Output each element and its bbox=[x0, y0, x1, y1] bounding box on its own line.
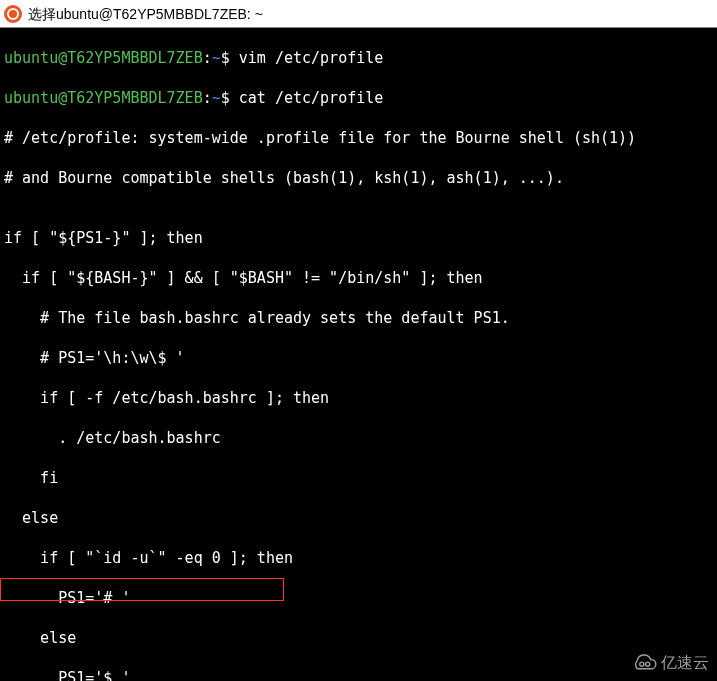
file-line: fi bbox=[4, 468, 713, 488]
terminal-viewport[interactable]: ubuntu@T62YP5MBBDL7ZEB:~$ vim /etc/profi… bbox=[0, 28, 717, 681]
file-line: PS1='# ' bbox=[4, 588, 713, 608]
ubuntu-icon bbox=[4, 5, 22, 23]
file-line: if [ "${BASH-}" ] && [ "$BASH" != "/bin/… bbox=[4, 268, 713, 288]
file-line: . /etc/bash.bashrc bbox=[4, 428, 713, 448]
prompt-sigil: $ bbox=[221, 49, 230, 67]
svg-point-0 bbox=[646, 662, 650, 666]
file-line: else bbox=[4, 508, 713, 528]
file-line: PS1='$ ' bbox=[4, 668, 713, 681]
file-line: else bbox=[4, 628, 713, 648]
file-line: # /etc/profile: system-wide .profile fil… bbox=[4, 128, 713, 148]
file-line: # The file bash.bashrc already sets the … bbox=[4, 308, 713, 328]
command-text: cat /etc/profile bbox=[239, 89, 384, 107]
prompt-line: ubuntu@T62YP5MBBDL7ZEB:~$ cat /etc/profi… bbox=[4, 88, 713, 108]
prompt-path: ~ bbox=[212, 49, 221, 67]
command-text: vim /etc/profile bbox=[239, 49, 384, 67]
cloud-icon bbox=[629, 653, 657, 673]
file-line: if [ -f /etc/bash.bashrc ]; then bbox=[4, 388, 713, 408]
watermark: 亿速云 bbox=[629, 653, 709, 673]
watermark-text: 亿速云 bbox=[661, 653, 709, 673]
prompt-colon: : bbox=[203, 89, 212, 107]
file-line: # and Bourne compatible shells (bash(1),… bbox=[4, 168, 713, 188]
prompt-user-host: ubuntu@T62YP5MBBDL7ZEB bbox=[4, 49, 203, 67]
prompt-sigil: $ bbox=[221, 89, 230, 107]
window-title: 选择ubuntu@T62YP5MBBDL7ZEB: ~ bbox=[28, 4, 263, 24]
window-titlebar: 选择ubuntu@T62YP5MBBDL7ZEB: ~ bbox=[0, 0, 717, 28]
file-line: if [ "${PS1-}" ]; then bbox=[4, 228, 713, 248]
svg-point-1 bbox=[640, 662, 644, 666]
prompt-colon: : bbox=[203, 49, 212, 67]
prompt-line: ubuntu@T62YP5MBBDL7ZEB:~$ vim /etc/profi… bbox=[4, 48, 713, 68]
file-line: # PS1='\h:\w\$ ' bbox=[4, 348, 713, 368]
prompt-path: ~ bbox=[212, 89, 221, 107]
prompt-user-host: ubuntu@T62YP5MBBDL7ZEB bbox=[4, 89, 203, 107]
file-line: if [ "`id -u`" -eq 0 ]; then bbox=[4, 548, 713, 568]
